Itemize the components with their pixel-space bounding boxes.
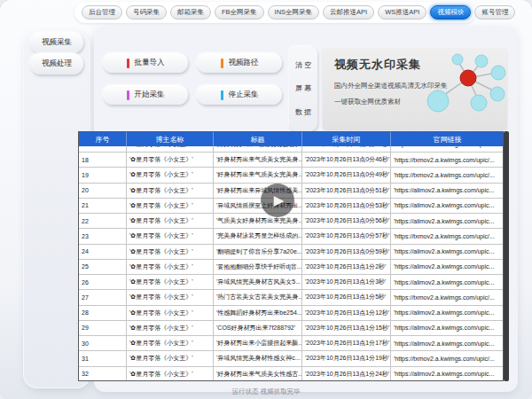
cell-title: '好身材秀出来气质美女完美身... (214, 153, 302, 167)
nav-tab-label: 账号管理 (481, 8, 508, 17)
nav-tab-label: INS全网采集 (275, 8, 313, 17)
clear-button-line: 数 据 (295, 107, 311, 117)
cell-source-url: 'https://alimov2.a.kwimgs.com/upic... (391, 336, 504, 350)
action-button-label: 视频路径 (229, 58, 259, 68)
table-row[interactable]: 23 '✿星月零落《小女王》' '完美身材泳装秀显怎样练成的... '2023年… (79, 229, 503, 244)
cell-blogger-name: '✿星月零落《小女王》' (127, 367, 214, 381)
cell-index: 20 (79, 184, 127, 198)
cell-blogger-name: '✿星月零落《小女王》' (127, 321, 214, 335)
cell-index: 25 (79, 260, 127, 274)
cell-title: '气质美女好身材秀出来完美身... (214, 214, 302, 228)
table-row[interactable]: 27 '✿星月零落《小女王》' '热门古装美女古装美女完美身... '2023年… (79, 290, 503, 305)
cell-source-url: 'https://alimov2.a.kwimgs.com/upic... (391, 306, 504, 320)
accent-bar-icon (221, 90, 223, 100)
cell-blogger-name: '✿星月零落《小女王》' (127, 199, 214, 213)
nav-tab[interactable]: INS全网采集 (268, 5, 320, 20)
table-row[interactable]: 31 '✿星月零落《小女王》' '异域风情完美身材性感女神c... '2023年… (79, 351, 503, 366)
cell-title: '异域风情完美身材性感女神c... (214, 351, 302, 365)
nav-tab-label: WS推送API (385, 8, 419, 17)
cell-capture-time: '2023年10月26日13点0分46秒' (302, 153, 391, 167)
action-button[interactable]: 停止采集 (197, 85, 282, 105)
table-header-row: 序号 博主名称 标题 采集时间 官网链接 (79, 132, 503, 146)
cell-source-url: 'https://alimov2.a.kwimgs.com/upic... (391, 184, 504, 198)
table-row[interactable]: 26 '✿星月零落《小女王》' '异域风情完美身材古风美女5... '2023年… (79, 275, 503, 290)
cell-source-url: 'https://txmov2.a.kwimgs.com/upic/... (391, 168, 504, 182)
table-row[interactable]: 28 '✿星月零落《小女王》' '性感舞蹈好身材秀出来be254... '202… (79, 306, 503, 321)
accent-bar-icon (127, 90, 129, 100)
cell-index: 28 (79, 306, 127, 320)
cell-source-url: 'https://alimov2.a.kwimgs.com/upic... (391, 321, 504, 335)
cell-capture-time: '2023年10月26日13点0分59秒' (302, 245, 391, 259)
cell-source-url: 'https://txmov2.a.kwimgs.com/upic/... (391, 153, 504, 167)
cell-capture-time: '2023年10月26日13点0分56秒' (302, 214, 391, 228)
table-row[interactable]: 18 '✿星月零落《小女王》' '好身材秀出来气质美女完美身... '2023年… (79, 153, 503, 168)
cell-title: '性感舞蹈好身材秀出来be254... (214, 306, 302, 320)
action-button[interactable]: 批量导入 (103, 53, 188, 73)
cell-index: 23 (79, 229, 127, 243)
nav-tab[interactable]: 号码采集 (126, 5, 167, 20)
cell-blogger-name: '✿星月零落《小女王》' (127, 214, 214, 228)
clear-screen-data-button[interactable]: 清 空 屏 幕 数 据 (289, 46, 317, 131)
action-button[interactable]: 视频路径 (197, 53, 282, 73)
cell-title: 'COS好身材秀出来7f288792' (214, 321, 302, 335)
column-header: 标题 (214, 132, 302, 146)
table-row[interactable]: 22 '✿星月零落《小女王》' '气质美女好身材秀出来完美身... '2023年… (79, 214, 503, 229)
accent-bar-icon (221, 59, 223, 68)
table-row[interactable]: 29 '✿星月零落《小女王》' 'COS好身材秀出来7f288792' '202… (79, 321, 503, 336)
table-scrollbar[interactable] (504, 131, 509, 381)
nav-tab[interactable]: 邮箱采集 (170, 5, 211, 20)
network-molecule-icon (422, 48, 507, 129)
nav-tab[interactable]: 账号管理 (474, 5, 515, 20)
cell-source-url: 'https://txmov2.a.kwimgs.com/upic/... (391, 351, 504, 365)
nav-tab[interactable]: 云邮推送API (323, 5, 374, 20)
banner-subtitle-2: 一键获取全网优质素材 (334, 98, 401, 106)
table-row[interactable]: 24 '✿星月零落《小女王》' '翻唱提到了你音乐分享7a20e... '202… (79, 245, 503, 260)
nav-tab[interactable]: 后台管理 (82, 5, 122, 20)
cell-capture-time: '2023年10月26日13点0分57秒' (302, 229, 391, 243)
cell-blogger-name: '✿星月零落《小女王》' (127, 260, 214, 274)
table-row[interactable]: 32 '✿星月零落《小女王》' '好身材秀出来气质美女性感古... '2023年… (79, 367, 503, 382)
cell-blogger-name: '✿星月零落《小女王》' (127, 336, 214, 350)
sidebar-item[interactable]: 视频处理 (30, 53, 83, 74)
sidebar-item[interactable]: 视频采集 (30, 32, 83, 53)
clear-button-line: 屏 幕 (295, 83, 311, 93)
cell-title: '完美身材泳装秀显怎样练成的... (214, 229, 302, 243)
cell-blogger-name: '✿星月零落《小女王》' (127, 306, 214, 320)
column-header: 采集时间 (302, 132, 391, 146)
action-button-label: 停止采集 (229, 90, 259, 100)
nav-tab[interactable]: WS推送API (378, 5, 426, 20)
table-row[interactable]: 25 '✿星月零落《小女王》' '要抱抱翻唱分享快手好听dj音... '2023… (79, 260, 503, 275)
nav-tab[interactable]: 视频模块 (430, 5, 471, 20)
cell-blogger-name: '✿星月零落《小女王》' (127, 153, 214, 167)
cell-title: '热门古装美女古装美女完美身... (214, 290, 302, 304)
cell-capture-time: '2023年10月26日13点1分15秒' (302, 321, 391, 335)
cell-index: 21 (79, 199, 127, 213)
cell-capture-time: '2023年10月26日13点1分3秒' (302, 275, 391, 289)
cell-title: '异域风情完美身材古风美女5... (214, 275, 302, 289)
cell-index: 18 (79, 153, 127, 167)
cell-capture-time: '2023年10月26日13点0分49秒' (302, 168, 391, 182)
cell-title: '翻唱提到了你音乐分享7a20e... (214, 245, 302, 259)
table-row-clipped[interactable]: '✿星月零落《小女王》' '好身材秀出来气质美女完美身... '2023年10月… (79, 146, 503, 153)
sidebar-item-label: 视频采集 (42, 37, 72, 48)
cell-index: 26 (79, 275, 127, 289)
nav-tab[interactable]: FB全网采集 (215, 5, 264, 20)
action-button[interactable]: 开始采集 (103, 85, 188, 105)
cell-index: 29 (79, 321, 127, 335)
table-body: 18 '✿星月零落《小女王》' '好身材秀出来气质美女完美身... '2023年… (79, 153, 503, 381)
cell-capture-time: '2023年10月26日13点1分19秒' (302, 351, 391, 365)
app-window: 后台管理 号码采集 邮箱采集 FB全网采集 INS全网采集 云邮推送API (0, 0, 532, 399)
cell-index: 27 (79, 290, 127, 304)
cell-blogger-name: '✿星月零落《小女王》' (127, 290, 214, 304)
cell-index: 31 (79, 351, 127, 365)
video-play-overlay[interactable]: ▶ (261, 184, 294, 217)
cell-source-url: 'https://txmov2.a.kwimgs.com/upic/... (391, 229, 504, 243)
top-nav-bar: 后台管理 号码采集 邮箱采集 FB全网采集 INS全网采集 云邮推送API (74, 2, 475, 23)
cell-capture-time: '2023年10月26日13点1分24秒' (302, 367, 391, 381)
cell-blogger-name: '✿星月零落《小女王》' (127, 184, 214, 198)
cell-blogger-name: '✿星月零落《小女王》' (127, 245, 214, 259)
table-row[interactable]: 19 '✿星月零落《小女王》' '好身材秀出来气质美女完美身... '2023年… (79, 168, 503, 183)
cell-blogger-name: '✿星月零落《小女王》' (127, 275, 214, 289)
table-row[interactable]: 30 '✿星月零落《小女王》' '好身材秀出来小蛮腰扭起来颜... '2023年… (79, 336, 503, 351)
cell-blogger-name: '✿星月零落《小女王》' (127, 168, 214, 182)
